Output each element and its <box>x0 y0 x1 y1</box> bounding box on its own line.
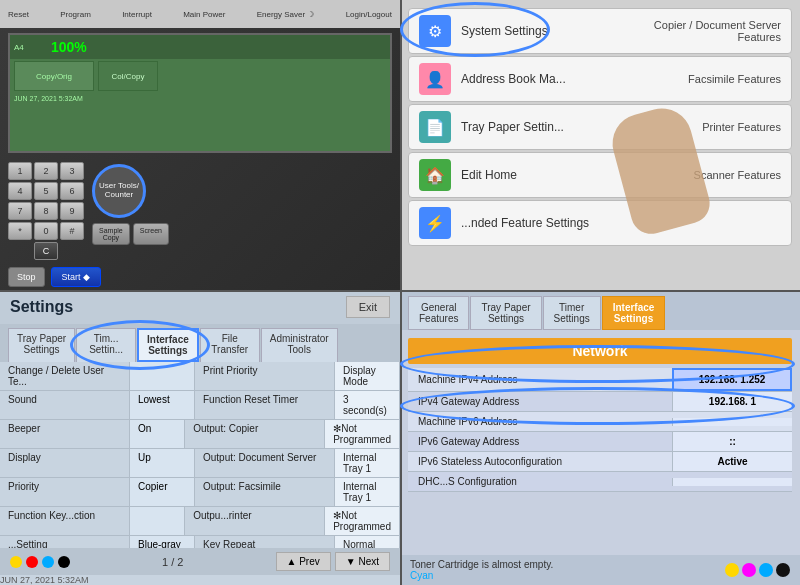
row-label: ...Setting <box>0 536 130 548</box>
tab-tray-paper-settings[interactable]: Tray PaperSettings <box>470 296 541 330</box>
key-4[interactable]: 4 <box>8 182 32 200</box>
ipv6-gateway-value[interactable]: :: <box>672 432 792 451</box>
exit-button[interactable]: Exit <box>346 296 390 318</box>
tray-paper-item[interactable]: 📄 Tray Paper Settin... Printer Features <box>408 104 792 150</box>
page-indicator: 1 / 2 <box>162 556 183 568</box>
ipv6-address-row: Machine IPv6 Address <box>408 412 792 432</box>
dhcp-value[interactable] <box>672 478 792 486</box>
key-2[interactable]: 2 <box>34 162 58 180</box>
row-value: Blue-gray <box>130 536 195 548</box>
toner-black <box>58 556 70 568</box>
system-settings-item[interactable]: ⚙ System Settings Copier / Document Serv… <box>408 8 792 54</box>
copier-features-label: Copier / Document Server Features <box>626 19 781 43</box>
copy-region: Copy/Orig <box>36 72 72 81</box>
toner-indicators <box>725 563 790 577</box>
key-6[interactable]: 6 <box>60 182 84 200</box>
row-label: Function Key...ction <box>0 507 130 535</box>
settings-table: Change / Delete User Te... Print Priorit… <box>0 362 400 548</box>
paper-size-label: A4 <box>14 43 44 52</box>
row-value: On <box>130 420 185 448</box>
row-value2: Normal <box>335 536 400 548</box>
key-star[interactable]: * <box>8 222 32 240</box>
dhcp-label: DHC...S Configuration <box>408 472 672 491</box>
prev-btn[interactable]: ▲ Prev <box>276 552 331 571</box>
network-title: Network <box>408 338 792 364</box>
screen-btn[interactable]: Screen <box>133 223 169 245</box>
row-label2: Function Reset Timer <box>195 391 335 419</box>
address-book-label: Address Book Ma... <box>461 72 616 86</box>
toner-indicators <box>10 556 70 568</box>
energy-saver-btn[interactable]: Energy Saver ☽ <box>257 10 315 19</box>
next-btn[interactable]: ▼ Next <box>335 552 390 571</box>
program-btn[interactable]: Program <box>60 10 91 19</box>
system-settings-menu: ⚙ System Settings Copier / Document Serv… <box>400 0 800 290</box>
settings-header: Settings Exit <box>0 290 400 324</box>
row-value: Lowest <box>130 391 195 419</box>
key-0[interactable]: 0 <box>34 222 58 240</box>
main-power-btn[interactable]: Main Power <box>183 10 225 19</box>
ipv6-stateless-value[interactable]: Active <box>672 452 792 471</box>
key-9[interactable]: 9 <box>60 202 84 220</box>
reset-btn[interactable]: Reset <box>8 10 29 19</box>
system-settings-label: System Settings <box>461 24 616 38</box>
tab-timer-settings[interactable]: TimerSettings <box>543 296 601 330</box>
toner-cyan-icon <box>759 563 773 577</box>
address-book-icon: 👤 <box>419 63 451 95</box>
toner-red <box>26 556 38 568</box>
sample-copy-btn[interactable]: SampleCopy <box>92 223 130 245</box>
edit-home-item[interactable]: 🏠 Edit Home Scanner Features <box>408 152 792 198</box>
row-label2: Output: Facsimile <box>195 478 335 506</box>
ipv6-gateway-label: IPv6 Gateway Address <box>408 432 672 451</box>
ipv4-gateway-row: IPv4 Gateway Address 192.168. 1 <box>408 392 792 412</box>
row-label2: Output: Document Server <box>195 449 335 477</box>
edit-home-icon: 🏠 <box>419 159 451 191</box>
row-label2: Print Priority <box>195 362 335 390</box>
col-mode: Col/Copy <box>112 72 145 81</box>
tab-timer[interactable]: Tim...Settin... <box>76 328 136 362</box>
row-label: Sound <box>0 391 130 419</box>
settings-date: JUN 27, 2021 5:32AM <box>0 575 400 585</box>
key-8[interactable]: 8 <box>34 202 58 220</box>
row-label2: Outpu...rinter <box>185 507 325 535</box>
tab-admin-tools[interactable]: AdministratorTools <box>261 328 338 362</box>
tab-tray-paper[interactable]: Tray PaperSettings <box>8 328 75 362</box>
tab-interface-settings[interactable]: InterfaceSettings <box>602 296 666 330</box>
toner-yellow <box>10 556 22 568</box>
row-value: Up <box>130 449 195 477</box>
toner-warning-line1: Toner Cartridge is almost empty. <box>410 559 553 570</box>
stop-btn[interactable]: Stop <box>8 267 45 287</box>
extended-features-item[interactable]: ⚡ ...nded Feature Settings <box>408 200 792 246</box>
row-label2: Key Repeat <box>195 536 335 548</box>
key-3[interactable]: 3 <box>60 162 84 180</box>
row-label: Display <box>0 449 130 477</box>
row-value2: 3 second(s) <box>335 391 400 419</box>
login-logout-btn[interactable]: Login/Logout <box>346 10 392 19</box>
extended-features-label: ...nded Feature Settings <box>461 216 781 230</box>
interrupt-btn[interactable]: Interrupt <box>122 10 152 19</box>
clear-btn[interactable]: C <box>34 242 58 260</box>
tab-interface[interactable]: InterfaceSettings <box>137 328 199 362</box>
row-value2: Display Mode <box>335 362 400 390</box>
extended-icon: ⚡ <box>419 207 451 239</box>
ipv4-address-label: Machine IPv4 Address <box>408 370 672 389</box>
tab-file-transfer[interactable]: FileTransfer <box>200 328 260 362</box>
ipv4-address-row: Machine IPv4 Address 192.168. 1.252 <box>408 368 792 392</box>
address-book-item[interactable]: 👤 Address Book Ma... Facsimile Features <box>408 56 792 102</box>
key-hash[interactable]: # <box>60 222 84 240</box>
key-1[interactable]: 1 <box>8 162 32 180</box>
toner-black-icon <box>776 563 790 577</box>
key-5[interactable]: 5 <box>34 182 58 200</box>
ipv4-address-value[interactable]: 192.168. 1.252 <box>672 368 792 391</box>
row-value <box>130 362 195 390</box>
start-btn[interactable]: Start ◆ <box>51 267 102 287</box>
toner-yellow-icon <box>725 563 739 577</box>
key-7[interactable]: 7 <box>8 202 32 220</box>
nav-buttons: ▲ Prev ▼ Next <box>276 552 391 571</box>
row-value2: Internal Tray 1 <box>335 449 400 477</box>
ipv4-gateway-value[interactable]: 192.168. 1 <box>672 392 792 411</box>
tab-general-features[interactable]: GeneralFeatures <box>408 296 469 330</box>
ipv6-address-value[interactable] <box>672 418 792 426</box>
user-tools-btn[interactable]: User Tools/Counter <box>92 164 146 218</box>
ipv6-address-label: Machine IPv6 Address <box>408 412 672 431</box>
printer-screen: A4 100% Copy/Orig Col/Copy JUN 27, 2021 … <box>8 33 392 153</box>
